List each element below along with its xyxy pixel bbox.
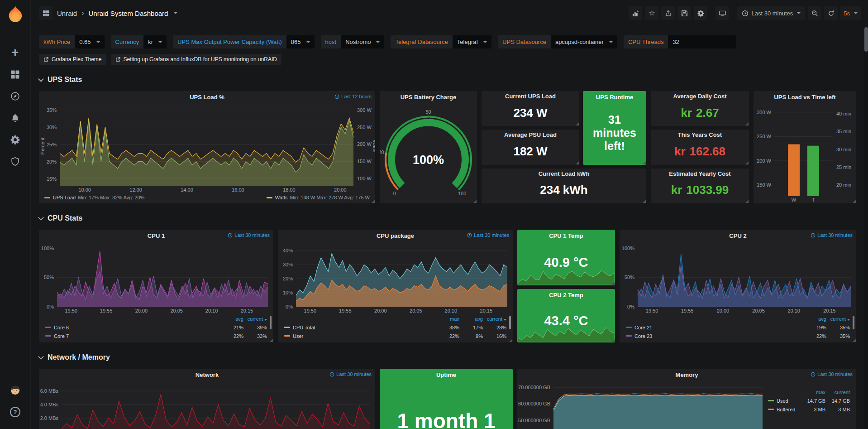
legend-row[interactable]: Core 621%39% bbox=[45, 323, 267, 332]
user-avatar[interactable] bbox=[5, 379, 26, 401]
panel-title[interactable]: CPU 1 Temp bbox=[549, 232, 583, 239]
panel-title[interactable]: Memory bbox=[676, 371, 698, 378]
legend-row[interactable]: Core 2119%35% bbox=[626, 323, 850, 332]
panel-title[interactable]: This Years Cost bbox=[678, 131, 722, 138]
clock-icon bbox=[228, 233, 233, 238]
grafana-logo[interactable] bbox=[7, 5, 24, 23]
apps-grid-button[interactable] bbox=[39, 6, 52, 20]
breadcrumb-app[interactable]: Unraid bbox=[57, 10, 77, 17]
cpu2-chart[interactable]: 0%50%100%19:5019:5520:0020:0520:1020:15 bbox=[620, 241, 856, 314]
load-vs-time-chart[interactable]: 150 W200 W250 W300 W20 min25 min30 min35… bbox=[754, 103, 856, 203]
panel-title[interactable]: CPU package bbox=[377, 232, 414, 239]
legend-sort-current[interactable]: current bbox=[825, 390, 850, 395]
variable-telegraf-datasource[interactable]: Telegraf DatasourceTelegraf bbox=[391, 35, 491, 48]
variable-value[interactable]: 865 bbox=[286, 35, 315, 48]
legend-scrollbar[interactable] bbox=[270, 316, 272, 329]
panel-title[interactable]: Average Daily Cost bbox=[673, 93, 726, 100]
legend-row[interactable]: Core 2322%35% bbox=[626, 332, 850, 340]
sidebar-item-dashboards[interactable] bbox=[5, 63, 26, 85]
legend-sort-max[interactable]: max bbox=[801, 390, 825, 395]
legend-sort-avg[interactable]: avg bbox=[459, 316, 483, 322]
variable-value[interactable]: 32 bbox=[668, 35, 736, 48]
legend-sort-avg[interactable]: avg bbox=[803, 316, 826, 322]
memory-chart[interactable]: 50.000000 GB60.000000 GB70.000000 GB19:5… bbox=[517, 381, 768, 429]
ups-stats-header[interactable]: UPS Stats bbox=[39, 76, 856, 84]
panel-title[interactable]: CPU 2 Temp bbox=[549, 292, 583, 299]
legend-scrollbar[interactable] bbox=[853, 316, 854, 329]
compass-icon bbox=[10, 92, 20, 101]
sidebar-item-create[interactable]: + bbox=[5, 42, 26, 63]
panel-title[interactable]: Current Load kWh bbox=[539, 170, 590, 177]
dashboard-link-grafana-plex-theme[interactable]: Grafana Plex Theme bbox=[39, 54, 106, 65]
variable-value[interactable]: 0.65 bbox=[75, 35, 104, 48]
legend-sort-max[interactable]: max bbox=[436, 316, 459, 322]
gear-icon bbox=[697, 10, 704, 17]
scrollbar-thumb[interactable] bbox=[864, 27, 868, 52]
panel-estimated-yearly-cost: Estimated Yearly Cost kr1033.99 bbox=[651, 169, 749, 203]
variable-kwh-price[interactable]: kWh Price0.65 bbox=[39, 35, 105, 48]
panel-title[interactable]: UPS Load % bbox=[190, 94, 224, 101]
legend-row[interactable]: Used14.7 GB14.7 GB bbox=[768, 396, 850, 405]
dashboard-link-setting-up-grafana-and-influxdb-for-ups-monitoring-on-unraid[interactable]: Setting up Grafana and InfluxDB for UPS … bbox=[111, 54, 282, 65]
ups-load-chart[interactable]: 15%20%25%30%35%100 W150 W200 W250 W300 W… bbox=[39, 103, 375, 193]
panel-title[interactable]: Average PSU Load bbox=[504, 131, 557, 138]
variable-value[interactable]: Telegraf bbox=[453, 35, 491, 48]
variable-currency[interactable]: Currencykr bbox=[111, 35, 167, 48]
svg-text:35 min: 35 min bbox=[836, 129, 851, 134]
time-range-picker[interactable]: Last 30 minutes bbox=[737, 6, 805, 20]
add-panel-button[interactable] bbox=[629, 6, 642, 20]
cpu-stats-header[interactable]: CPU Stats bbox=[39, 214, 856, 222]
sidebar-item-configuration[interactable] bbox=[5, 129, 26, 150]
panel-title[interactable]: UPS Runtime bbox=[596, 94, 633, 101]
panel-title[interactable]: CPU 1 bbox=[148, 232, 165, 239]
legend-row[interactable]: CPU Total38%17%28% bbox=[284, 323, 506, 332]
legend-entry[interactable]: WattsMin: 148 W Max: 278 W Avg: 175 W bbox=[267, 195, 370, 200]
variable-host[interactable]: hostNostromo bbox=[321, 35, 385, 48]
legend-entry[interactable]: UPS LoadMin: 17% Max: 32% Avg: 20% bbox=[44, 195, 144, 200]
variable-ups-datasource[interactable]: UPS Datasourceapcupsd-container bbox=[498, 35, 617, 48]
cpu1-chart[interactable]: 0%50%100%19:5019:5520:0020:0520:1020:15 bbox=[39, 241, 273, 314]
network-chart[interactable]: 2.0 MBs4.0 MBs6.0 MBs19:5019:5520:0020:0… bbox=[39, 381, 375, 429]
tv-icon bbox=[719, 10, 726, 17]
variable-value[interactable]: Nostromo bbox=[341, 35, 384, 48]
svg-text:20:00: 20:00 bbox=[717, 308, 730, 313]
chevron-down-icon[interactable] bbox=[174, 12, 177, 14]
star-button[interactable]: ☆ bbox=[645, 6, 658, 20]
legend-row[interactable]: Buffered3 MB3 MB bbox=[768, 405, 850, 414]
variable-cpu-threads[interactable]: CPU Threads32 bbox=[624, 35, 736, 48]
legend-sort-current[interactable]: current bbox=[243, 316, 267, 322]
variable-value[interactable]: kr bbox=[143, 35, 167, 48]
refresh-interval-picker[interactable]: 5s bbox=[840, 6, 861, 20]
cycle-view-button[interactable] bbox=[715, 6, 729, 20]
legend-row[interactable]: User22%9%16% bbox=[284, 332, 506, 340]
save-button[interactable] bbox=[677, 6, 691, 20]
legend-sort-current[interactable]: current bbox=[483, 316, 506, 322]
panel-title[interactable]: Estimated Yearly Cost bbox=[669, 170, 730, 177]
panel-title[interactable]: Current UPS Load bbox=[505, 93, 556, 100]
dashboard-title[interactable]: Unraid System Dashboard bbox=[89, 10, 168, 17]
panel-ups-runtime: UPS Runtime 31 minutes left! bbox=[583, 91, 646, 165]
sidebar-item-explore[interactable] bbox=[5, 85, 26, 107]
sidebar-item-alerting[interactable] bbox=[5, 107, 26, 129]
panel-title[interactable]: UPS Battery Charge bbox=[401, 94, 457, 101]
panel-title[interactable]: CPU 2 bbox=[729, 232, 746, 239]
legend-scrollbar[interactable] bbox=[509, 316, 511, 329]
refresh-button[interactable] bbox=[824, 6, 838, 20]
sidebar-item-help[interactable]: ? bbox=[5, 401, 26, 423]
network-memory-header[interactable]: Network / Memory bbox=[39, 353, 856, 362]
panel-title[interactable]: Network bbox=[196, 371, 219, 378]
sidebar-item-server-admin[interactable] bbox=[5, 150, 26, 172]
legend-sort-current[interactable]: current bbox=[826, 316, 850, 322]
variable-value[interactable]: apcupsd-container bbox=[551, 35, 617, 48]
page-scrollbar[interactable] bbox=[864, 27, 868, 429]
dashboard-settings-button[interactable] bbox=[694, 6, 707, 20]
legend-sort-avg[interactable]: avg bbox=[220, 316, 243, 322]
variable-ups-max-output-power-capacity-watt[interactable]: UPS Max Output Power Capacity (Watt)865 bbox=[173, 35, 314, 48]
panel-title[interactable]: UPS Load vs Time left bbox=[774, 94, 835, 101]
cpu-package-chart[interactable]: 0%10%20%30%40%19:5019:5520:0020:0520:102… bbox=[278, 241, 513, 314]
panel-title[interactable]: Uptime bbox=[436, 371, 456, 378]
chevron-down-icon bbox=[96, 41, 100, 43]
legend-row[interactable]: Core 722%33% bbox=[45, 332, 267, 340]
share-button[interactable] bbox=[661, 6, 675, 20]
zoom-out-button[interactable] bbox=[808, 6, 821, 20]
